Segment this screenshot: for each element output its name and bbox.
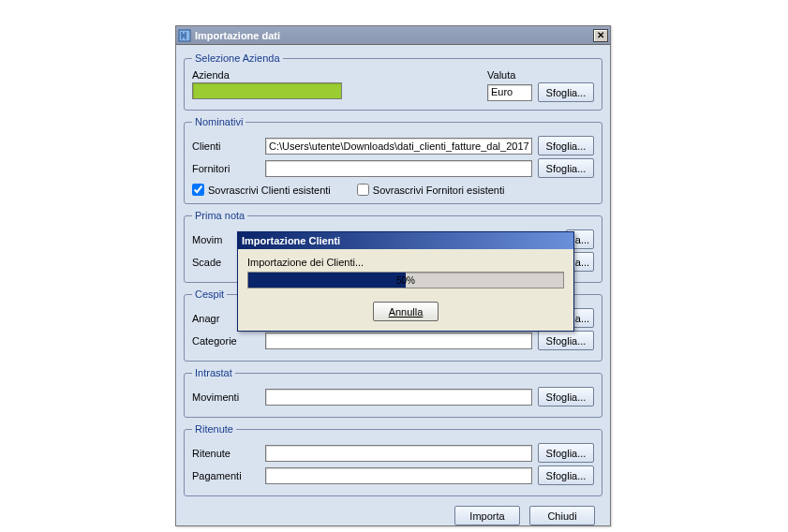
footer: Importa Chiudi: [184, 502, 602, 525]
sfoglia-fornitori-button[interactable]: Sfoglia...: [538, 158, 594, 178]
chiudi-button[interactable]: Chiudi: [529, 506, 595, 525]
label-valuta: Valuta: [487, 69, 594, 81]
legend-azienda: Selezione Azienda: [192, 52, 283, 64]
label-movim: Movim: [192, 234, 237, 245]
legend-primanota: Prima nota: [192, 210, 247, 221]
valuta-field[interactable]: Euro: [487, 84, 532, 101]
categorie-input[interactable]: [265, 332, 532, 349]
ritenute-input[interactable]: [265, 445, 532, 462]
legend-cespiti: Cespit: [192, 288, 227, 300]
progress-percent: 50%: [248, 273, 563, 288]
sfoglia-intr-movimenti-button[interactable]: Sfoglia...: [538, 387, 594, 406]
check-sovr-fornitori-box[interactable]: [357, 184, 369, 196]
svg-rect-0: [179, 30, 190, 41]
check-sovr-fornitori[interactable]: Sovrascrivi Fornitori esistenti: [357, 184, 505, 196]
fornitori-input[interactable]: [265, 160, 532, 177]
clienti-input[interactable]: [265, 138, 532, 155]
titlebar: Importazione dati ✕: [176, 26, 610, 45]
window-title: Importazione dati: [195, 30, 593, 41]
group-nominativi: Nominativi Clienti Sfoglia... Fornitori …: [184, 116, 602, 204]
progress-titlebar: Importazione Clienti: [238, 232, 573, 249]
intr-movimenti-input[interactable]: [265, 389, 532, 406]
label-fornitori: Fornitori: [192, 163, 260, 174]
legend-ritenute: Ritenute: [192, 423, 236, 435]
legend-nominativi: Nominativi: [192, 116, 245, 127]
label-pagamenti: Pagamenti: [192, 470, 260, 481]
check-sovr-clienti-box[interactable]: [192, 184, 204, 196]
sfoglia-ritenute-button[interactable]: Sfoglia...: [538, 443, 594, 463]
app-icon: [178, 29, 191, 42]
progress-message: Importazione dei Clienti...: [247, 257, 564, 268]
group-ritenute: Ritenute Ritenute Sfoglia... Pagamenti S…: [184, 423, 602, 496]
importa-button[interactable]: Importa: [454, 506, 520, 525]
progress-bar: 50%: [247, 272, 564, 288]
label-intr-movimenti: Movimenti: [192, 392, 260, 403]
sfoglia-categorie-button[interactable]: Sfoglia...: [538, 331, 594, 350]
progress-title: Importazione Clienti: [242, 235, 340, 246]
label-azienda: Azienda: [192, 69, 230, 81]
label-ritenute: Ritenute: [192, 448, 260, 459]
check-sovr-fornitori-label: Sovrascrivi Fornitori esistenti: [373, 185, 505, 196]
label-clienti: Clienti: [192, 140, 260, 152]
label-scade: Scade: [192, 257, 237, 268]
group-intrastat: Intrastat Movimenti Sfoglia...: [184, 367, 602, 418]
sfoglia-pagamenti-button[interactable]: Sfoglia...: [538, 466, 594, 485]
check-sovr-clienti[interactable]: Sovrascrivi Clienti esistenti: [192, 184, 331, 196]
label-categorie: Categorie: [192, 335, 260, 347]
azienda-display: [192, 82, 342, 99]
check-sovr-clienti-label: Sovrascrivi Clienti esistenti: [208, 185, 331, 196]
legend-intrastat: Intrastat: [192, 367, 235, 378]
pagamenti-input[interactable]: [265, 467, 532, 484]
label-anagr: Anagr: [192, 313, 237, 324]
main-window: Importazione dati ✕ Selezione Azienda Az…: [175, 25, 611, 526]
sfoglia-azienda-button[interactable]: Sfoglia...: [538, 82, 594, 102]
sfoglia-clienti-button[interactable]: Sfoglia...: [538, 136, 594, 155]
group-azienda: Selezione Azienda Azienda Valuta Euro Sf…: [184, 52, 602, 111]
progress-dialog: Importazione Clienti Importazione dei Cl…: [237, 231, 574, 332]
annulla-button[interactable]: Annulla: [373, 302, 439, 321]
close-button[interactable]: ✕: [593, 29, 608, 42]
